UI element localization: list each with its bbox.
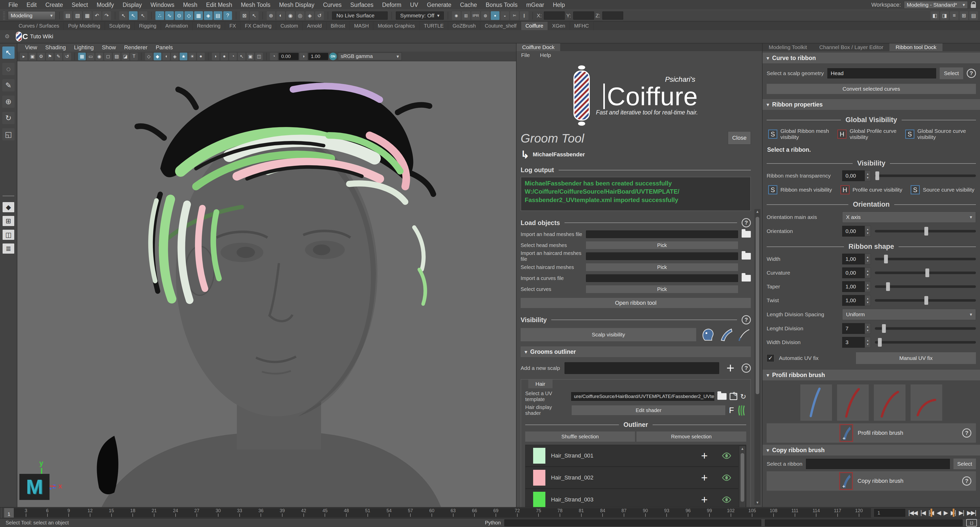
highlight-selection-mode-icon[interactable]: ↖ <box>250 11 259 20</box>
timeline-tick[interactable]: 3 <box>15 508 37 517</box>
timeline-grip[interactable] <box>0 508 4 518</box>
value-slider[interactable] <box>875 258 976 260</box>
menu-item[interactable]: Mesh Display <box>275 2 319 8</box>
timeline-tick[interactable]: 66 <box>464 508 485 517</box>
depth-of-field-icon[interactable]: ◔ <box>229 53 237 60</box>
timeline-tick[interactable]: 27 <box>186 508 208 517</box>
scalp-visibility-button[interactable]: Scalp visibility <box>520 328 696 341</box>
camera-attributes-icon[interactable]: ▣ <box>29 53 36 60</box>
command-language-label[interactable]: Python <box>485 520 501 526</box>
grid-toggle-icon[interactable]: ▦ <box>78 53 86 60</box>
dock-tab[interactable]: Ribbon tool Dock <box>889 43 942 51</box>
exposure-field[interactable]: 0.00 <box>279 53 299 60</box>
folder-icon[interactable] <box>741 231 751 238</box>
file-path-input[interactable] <box>586 230 738 238</box>
hair-strand-row[interactable]: Hair_Strand_002 <box>525 467 738 489</box>
play-forwards-button[interactable]: ▶ <box>944 509 948 516</box>
file-path-input[interactable] <box>586 252 738 260</box>
field-chart-icon[interactable]: ▨ <box>113 53 121 60</box>
transparency-spinbox[interactable]: 0,00 <box>842 170 871 181</box>
default-material-icon[interactable]: ◈ <box>171 53 179 60</box>
menu-item[interactable]: Edit <box>22 2 41 8</box>
strand-list-scrollbar[interactable]: ▲ ▼ <box>739 446 746 507</box>
value-spinbox[interactable]: 1,00 <box>842 281 871 292</box>
add-icon[interactable] <box>701 495 708 504</box>
help-icon[interactable] <box>967 69 976 78</box>
select-ribbon-button[interactable]: Select <box>953 458 976 469</box>
timeline-tick[interactable]: 90 <box>635 508 656 517</box>
camera-settings-icon[interactable]: ⚙ <box>37 53 45 60</box>
menu-item[interactable]: Edit Mesh <box>202 2 236 8</box>
timeline-tick[interactable]: 54 <box>379 508 400 517</box>
shelf-tab[interactable]: Coiffure <box>521 22 548 30</box>
outliner-pane-layout-button[interactable]: ≣ <box>2 243 14 254</box>
profil-ribbon-brush-collapse-bar[interactable]: Profil ribbon brush <box>762 370 980 380</box>
shelf-tab[interactable]: Curves / Surfaces <box>14 22 64 30</box>
coord-y-input[interactable] <box>573 11 594 20</box>
hair-strand-row[interactable]: Hair_Strand_001 <box>525 445 738 467</box>
timeline-tick[interactable]: 6 <box>37 508 58 517</box>
select-scalp-button[interactable]: Select <box>940 67 963 79</box>
resolution-gate-icon[interactable]: ◉ <box>95 53 103 60</box>
color-swatch[interactable] <box>533 470 546 485</box>
menu-item[interactable]: Deform <box>378 2 406 8</box>
snap-together-icon[interactable]: ▤ <box>213 11 222 20</box>
value-spinbox[interactable]: 1,00 <box>842 254 871 264</box>
transparency-slider[interactable] <box>875 174 976 177</box>
go-to-start-button[interactable]: |◀◀ <box>908 509 917 516</box>
ribbon-properties-collapse-bar[interactable]: Ribbon properties <box>762 99 980 110</box>
menu-item[interactable]: Curves <box>319 2 346 8</box>
value-slider[interactable] <box>875 299 976 302</box>
cut-icon[interactable]: ✄ <box>510 11 519 20</box>
new-scene-icon[interactable]: ▤ <box>64 11 72 20</box>
outliner-toggle-icon[interactable]: ▤ <box>969 11 978 20</box>
menu-item[interactable]: Surfaces <box>346 2 378 8</box>
lock-selection-icon[interactable]: ⊠ <box>240 11 249 20</box>
visibility-eye-icon[interactable] <box>722 496 731 503</box>
timeline-tick[interactable]: 21 <box>143 508 165 517</box>
workspace-lock-icon[interactable] <box>971 4 976 8</box>
file-path-input[interactable] <box>586 275 738 282</box>
film-gate-icon[interactable]: ▭ <box>87 53 94 60</box>
go-to-end-button[interactable]: ▶▶| <box>967 509 976 516</box>
exposure-icon[interactable]: ◔ <box>270 53 278 60</box>
dock-tab[interactable]: Modeling Toolkit <box>762 43 813 51</box>
snap-to-grid-icon[interactable]: ∴ <box>156 11 164 20</box>
coiffure-dock-tab[interactable]: Coiffure Dock <box>517 43 560 51</box>
textured-mode-icon[interactable]: ◖ <box>162 53 170 60</box>
rebuild-history-icon[interactable]: ↺ <box>315 11 324 20</box>
pick-button[interactable]: Pick <box>586 285 738 293</box>
folder-icon[interactable] <box>718 393 727 400</box>
point-history-icon[interactable]: ◉ <box>286 11 295 20</box>
live-surface-field[interactable]: No Live Surface <box>332 11 388 20</box>
menu-item[interactable]: Modify <box>92 2 118 8</box>
save-scene-icon[interactable]: ▦ <box>83 11 92 20</box>
menu-set-select[interactable]: Modeling <box>8 11 56 20</box>
surface-history-icon[interactable]: ◈ <box>305 11 314 20</box>
scale-tool[interactable]: ◱ <box>2 128 14 141</box>
remove-selection-button[interactable]: Remove selection <box>636 431 746 442</box>
snap-help-icon[interactable]: ? <box>223 11 232 20</box>
value-slider[interactable] <box>875 271 976 274</box>
shelf-tab[interactable]: Arnold <box>303 22 326 30</box>
attribute-editor-toggle-icon[interactable]: ◧ <box>931 11 939 20</box>
modeling-toolkit-toggle-icon[interactable]: ⊞ <box>959 11 968 20</box>
timeline-tick[interactable]: 42 <box>293 508 314 517</box>
timeline-tick[interactable]: 30 <box>207 508 229 517</box>
select-tool[interactable]: ↖ <box>2 46 14 59</box>
timeline-tick[interactable]: 75 <box>528 508 549 517</box>
snap-to-point-icon[interactable]: ⊙ <box>175 11 183 20</box>
timeline-tick[interactable]: 12 <box>80 508 101 517</box>
viewport-menu-item[interactable]: Panels <box>151 44 177 51</box>
pick-button[interactable]: Pick <box>586 264 738 271</box>
render-setup-icon[interactable]: ◒ <box>501 11 509 20</box>
select-by-hierarchy-icon[interactable]: ↖ <box>119 11 128 20</box>
two-pane-layout-button[interactable]: ◫ <box>2 229 14 240</box>
gamma-field[interactable]: 1.00 <box>308 53 328 60</box>
uv-template-input[interactable]: ure/CoiffureSource/HairBoard/UVTEMPLATE/… <box>571 392 714 401</box>
help-icon[interactable] <box>962 476 971 485</box>
add-scalp-input[interactable] <box>565 362 719 374</box>
spacing-select[interactable]: Uniform <box>842 309 976 320</box>
timeline-tick[interactable]: 81 <box>571 508 592 517</box>
coiffure-menu-item[interactable]: File <box>521 52 530 58</box>
